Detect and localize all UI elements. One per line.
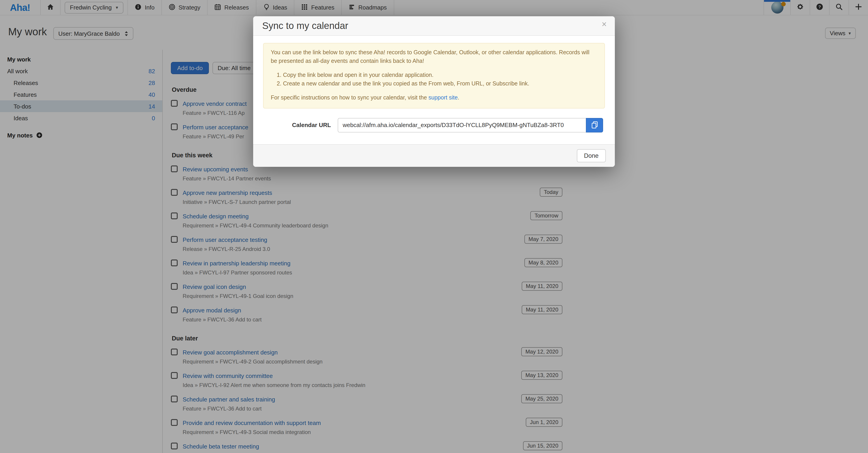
modal-body: You can use the link below to sync these… [253, 36, 615, 144]
instruction-step: Create a new calendar and use the link y… [283, 80, 597, 88]
sync-calendar-modal: Sync to my calendar × You can use the li… [253, 16, 615, 167]
calendar-url-label: Calendar URL [292, 122, 331, 129]
modal-footer: Done [253, 144, 615, 167]
calendar-url-input[interactable] [338, 118, 586, 132]
copy-icon [590, 121, 599, 129]
done-button[interactable]: Done [577, 149, 606, 162]
support-site-link[interactable]: support site [429, 94, 458, 100]
instruction-step: Copy the link below and open it in your … [283, 71, 597, 80]
info-text: For specific instructions on how to sync… [271, 94, 429, 100]
info-text: . [458, 94, 459, 100]
close-icon[interactable]: × [602, 20, 607, 30]
screen: Aha! Fredwin Cycling ▾ InfoStrategyRelea… [0, 0, 868, 453]
calendar-url-row: Calendar URL [263, 118, 605, 132]
info-banner: You can use the link below to sync these… [263, 43, 605, 109]
modal-header: Sync to my calendar × [253, 16, 615, 36]
copy-url-button[interactable] [586, 118, 603, 132]
info-paragraph: You can use the link below to sync these… [271, 49, 597, 66]
info-paragraph-2: For specific instructions on how to sync… [271, 93, 597, 102]
modal-title: Sync to my calendar [262, 20, 606, 31]
